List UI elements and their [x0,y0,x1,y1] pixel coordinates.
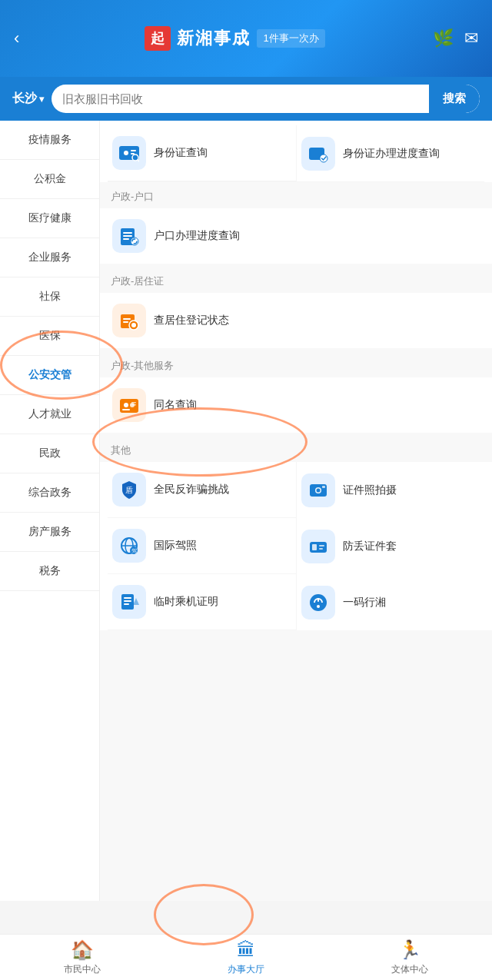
svg-point-16 [131,323,136,327]
svg-rect-2 [131,150,136,151]
sidebar-item-fangchan[interactable]: 房产服务 [0,513,99,552]
zhenjianzhao-label: 证件照拍摄 [343,483,397,498]
city-dropdown-arrow: ▾ [39,94,44,105]
section-header-other: 其他 [100,436,492,462]
top-section: 身份证查询 身份证办理进度查询 [100,121,492,182]
mail-icon[interactable]: ✉ [464,28,478,48]
sidebar-item-shebao[interactable]: 社保 [0,277,99,317]
back-button[interactable]: ‹ [14,28,37,48]
svg-rect-37 [319,545,324,546]
sfz-query-label: 身份证查询 [154,145,208,161]
hukou-progress-item[interactable]: 户口办理进度查询 [108,208,484,264]
svg-rect-11 [123,238,129,240]
svg-text:驾: 驾 [131,548,137,553]
tongming-label: 同名查询 [154,397,197,413]
header-icons: 🌿 ✉ [433,28,478,48]
svg-rect-29 [322,486,325,488]
sfz-progress-label: 身份证办理进度查询 [343,146,440,161]
zhenjianzhao-item[interactable]: 证件照拍摄 [296,462,485,518]
yima-xinghuan-label: 一码行湘 [343,595,386,610]
header-logo: 起 新湘事成 1件事一次办 [37,26,433,51]
fangdiu-item[interactable]: 防丢证件套 [296,518,485,574]
sfz-progress-item[interactable]: 身份证办理进度查询 [296,125,485,181]
other-row-2: 驾 国际驾照 [108,518,484,574]
sports-icon: 🏃 [398,939,421,961]
fangdiu-label: 防丢证件套 [343,539,397,554]
nav-shimin-label: 市民中心 [64,963,101,976]
search-button[interactable]: 搜索 [429,85,480,113]
tongming-icon [112,388,146,422]
other-row-3: 临时乘机证明 一码行湘 [108,574,484,630]
guoji-jizhao-icon: 驾 [112,529,146,563]
bottom-nav: 🏠 市民中心 🏛 办事大厅 🏃 文体中心 [0,934,492,980]
svg-rect-10 [123,235,132,237]
svg-rect-24 [131,404,136,406]
svg-line-5 [138,160,139,161]
header-slogan: 1件事一次办 [257,29,324,48]
sfz-progress-icon [301,137,335,171]
fanzhapian-label: 全民反诈骗挑战 [154,482,229,497]
zhenjianzhao-icon [301,473,335,507]
sidebar-item-yiliao[interactable]: 医疗健康 [0,199,99,238]
section-header-other-huzheng: 户政-其他服务 [100,351,492,377]
search-input-wrap: 搜索 [52,85,480,113]
nav-wenzhong[interactable]: 🏃 文体中心 [328,935,492,980]
sidebar-item-minzheng[interactable]: 民政 [0,434,99,473]
nav-bansiting[interactable]: 🏛 办事大厅 [164,935,327,980]
service-list-juzhu: 查居住登记状态 [100,293,492,348]
search-input[interactable] [52,85,429,112]
svg-rect-22 [122,409,130,410]
sfz-query-item[interactable]: 身份证查询 [108,125,296,181]
home-icon: 🏠 [71,939,94,961]
svg-text:盾: 盾 [125,486,133,494]
guoji-jizhao-item[interactable]: 驾 国际驾照 [108,518,296,574]
juzhu-status-label: 查居住登记状态 [154,313,229,328]
sfz-query-icon [112,136,146,170]
city-label: 长沙 [12,91,37,107]
logo-box: 起 [145,26,171,51]
nav-bansiting-label: 办事大厅 [228,963,264,976]
sidebar-item-yiqing[interactable]: 疫情服务 [0,121,99,160]
svg-rect-36 [312,544,317,550]
sidebar-item-gongjijin[interactable]: 公积金 [0,160,99,199]
sidebar-item-shuiwu[interactable]: 税务 [0,552,99,591]
service-list-other: 盾 全民反诈骗挑战 [100,462,492,630]
hukou-progress-icon [112,219,146,253]
fanzhapian-item[interactable]: 盾 全民反诈骗挑战 [108,462,296,518]
linshi-chengji-item[interactable]: 临时乘机证明 [108,574,296,630]
yima-xinghuan-item[interactable]: 一码行湘 [296,574,485,630]
sidebar-item-qiye[interactable]: 企业服务 [0,238,99,277]
svg-rect-41 [124,600,131,602]
service-list-other-huzheng: 同名查询 [100,377,492,433]
right-content: 身份证查询 身份证办理进度查询 户政-户口 [100,121,492,901]
leaf-icon[interactable]: 🌿 [433,28,454,48]
svg-point-1 [124,151,128,155]
yima-xinghuan-icon [301,586,335,620]
svg-point-20 [124,403,128,407]
svg-rect-18 [123,321,128,323]
sidebar: 疫情服务 公积金 医疗健康 企业服务 社保 医保 公安交管 人才就业 民政 综合… [0,121,100,901]
svg-rect-9 [123,232,132,234]
juzhu-status-item[interactable]: 查居住登记状态 [108,293,484,348]
sidebar-item-jiaoguan[interactable]: 公安交管 [0,356,99,395]
city-selector[interactable]: 长沙 ▾ [12,91,44,107]
section-juzhu: 户政-居住证 查居住登记状态 [100,267,492,348]
nav-wenzhong-label: 文体中心 [391,963,428,976]
sidebar-item-zonghe[interactable]: 综合政务 [0,473,99,513]
svg-rect-19 [120,399,138,413]
tongming-item[interactable]: 同名查询 [108,377,484,433]
svg-point-7 [320,154,327,162]
sidebar-item-rencai[interactable]: 人才就业 [0,395,99,434]
main-content: 疫情服务 公积金 医疗健康 企业服务 社保 医保 公安交管 人才就业 民政 综合… [0,121,492,901]
svg-point-43 [310,594,327,611]
section-other: 其他 盾 全民反诈骗挑战 [100,436,492,630]
hall-icon: 🏛 [237,939,255,961]
svg-rect-40 [124,597,131,599]
section-other-huzheng: 户政-其他服务 同名查询 [100,351,492,433]
nav-shimin[interactable]: 🏠 市民中心 [0,935,164,980]
svg-rect-17 [123,318,131,320]
id-card-row: 身份证查询 身份证办理进度查询 [108,125,484,182]
sidebar-item-yibao[interactable]: 医保 [0,317,99,356]
search-bar: 长沙 ▾ 搜索 [0,77,492,121]
hukou-progress-label: 户口办理进度查询 [154,228,240,244]
